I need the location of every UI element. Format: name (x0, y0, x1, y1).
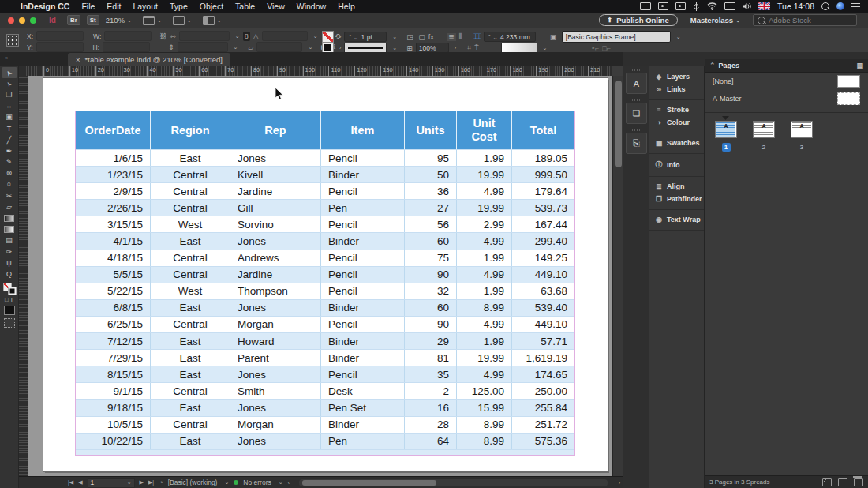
table-cell[interactable]: Desk (321, 383, 405, 399)
spotlight-search-icon[interactable] (821, 2, 829, 10)
table-cell[interactable]: 2 (405, 383, 457, 399)
table-cell[interactable]: Central (151, 267, 230, 283)
table-cell[interactable]: 16 (405, 400, 457, 415)
panel-tab-colour[interactable]: ◑Colour (649, 116, 704, 129)
menu-item-object[interactable]: Object (200, 2, 223, 11)
page-number-label[interactable]: 1 (722, 143, 731, 152)
height-field[interactable] (103, 42, 150, 52)
view-options-dropdown[interactable]: ⌄ (143, 16, 162, 25)
page-number-label[interactable]: 3 (798, 143, 806, 152)
master-page-swatch[interactable] (837, 92, 860, 105)
table-header-item[interactable]: Item (321, 111, 405, 149)
table-cell[interactable]: 7/12/15 (76, 333, 151, 349)
menu-item-view[interactable]: View (267, 2, 285, 11)
table-cell[interactable]: 9/1/15 (76, 383, 151, 399)
table-cell[interactable]: Kivell (230, 167, 321, 182)
table-cell[interactable]: Morgan (230, 317, 321, 332)
stroke-color-none-swatch[interactable] (322, 31, 334, 43)
table-cell[interactable]: 999.50 (512, 167, 574, 182)
table-header-units[interactable]: Units (405, 111, 457, 149)
apply-color-button[interactable] (4, 306, 15, 315)
pen-tool[interactable]: ✒ (2, 145, 17, 156)
menu-item-layout[interactable]: Layout (133, 2, 158, 11)
panel-drag-handle[interactable] (630, 129, 642, 131)
table-cell[interactable]: Central (151, 417, 230, 433)
panel-tab-swatches[interactable]: ▦Swatches (649, 137, 704, 149)
table-cell[interactable]: Gill (230, 200, 321, 216)
master-row-a-master[interactable]: A-Master (705, 90, 868, 107)
table-cell[interactable]: Jones (230, 434, 321, 449)
menu-item-edit[interactable]: Edit (107, 2, 121, 11)
table-cell[interactable]: 10/5/15 (76, 417, 151, 433)
table-cell[interactable]: Jones (230, 233, 321, 249)
table-cell[interactable]: 8.99 (457, 434, 512, 449)
table-cell[interactable]: Pencil (321, 267, 405, 283)
gap-value-field[interactable]: ⌃⌄4.233 mm (484, 32, 536, 42)
table-header-total[interactable]: Total (512, 111, 574, 149)
content-collector-tool[interactable]: ▣ (2, 112, 17, 123)
table-cell[interactable]: Binder (321, 333, 405, 349)
page-thumbnail-3[interactable]: A3 (791, 121, 813, 152)
table-cell[interactable]: 6/25/15 (76, 317, 151, 332)
pages-panel-header[interactable]: ⌃ Pages ▤ (705, 59, 868, 73)
formatting-affects-toggle[interactable]: □ T (5, 296, 13, 303)
table-header-row[interactable]: OrderDateRegionRepItemUnitsUnitCostTotal (76, 111, 574, 149)
table-cell[interactable]: 36 (405, 183, 457, 199)
screen-record-icon[interactable] (675, 2, 686, 10)
table-cell[interactable]: 4.99 (457, 183, 512, 199)
align-columns-icon[interactable]: ⫼ (459, 32, 462, 41)
shear-field[interactable] (256, 42, 302, 52)
table-cell[interactable]: 1.99 (457, 333, 512, 349)
table-cell[interactable]: 4.99 (457, 366, 512, 382)
wifi-icon[interactable] (707, 2, 717, 10)
table-cell[interactable]: Howard (230, 333, 321, 349)
table-cell[interactable]: East (151, 434, 230, 449)
display-mirroring-icon[interactable] (724, 2, 735, 10)
table-cell[interactable]: 7/29/15 (76, 350, 151, 366)
table-cell[interactable]: 174.65 (512, 366, 574, 382)
style-override-icon[interactable]: ⁍⌐ (591, 44, 599, 52)
table-cell[interactable]: Pencil (321, 183, 405, 199)
adjust-text-icon[interactable]: A (626, 73, 647, 94)
next-page-button[interactable]: ▶ (140, 479, 144, 486)
align-left-icon[interactable]: ≣ (447, 33, 456, 41)
preflight-menu-icon[interactable]: ◔ (159, 479, 163, 486)
type-tool[interactable]: T (2, 123, 17, 134)
first-page-button[interactable]: |◀ (68, 479, 73, 486)
table-cell[interactable]: Pencil (321, 317, 405, 332)
vertical-scrollbar[interactable] (612, 76, 624, 476)
table-cell[interactable]: 4/1/15 (76, 233, 151, 249)
menu-item-window[interactable]: Window (297, 2, 326, 11)
zoom-level-dropdown[interactable]: 210%⌄ (106, 16, 132, 24)
last-page-button[interactable]: ▶| (148, 479, 154, 486)
table-cell[interactable]: West (151, 216, 230, 232)
horizontal-scrollbar[interactable] (299, 479, 608, 486)
page-canvas[interactable]: OrderDateRegionRepItemUnitsUnitCostTotal… (43, 78, 608, 471)
table-cell[interactable]: Pen (321, 434, 405, 449)
panel-tab-info[interactable]: ⓘInfo (649, 157, 704, 172)
table-cell[interactable]: 19.99 (457, 350, 512, 366)
table-cell[interactable]: 90 (405, 317, 457, 332)
menu-item-help[interactable]: Help (338, 2, 355, 11)
note-tool[interactable]: ▤ (2, 235, 17, 246)
table-cell[interactable]: Jones (230, 150, 321, 166)
table-cell[interactable]: 2/9/15 (76, 183, 151, 199)
corner-shape-icon[interactable]: ▢ (418, 33, 425, 41)
constrain-proportions-icon[interactable]: ⛓ (159, 32, 166, 40)
vertical-scrollbar-thumb[interactable] (615, 81, 622, 167)
ellipse-tool[interactable]: ○ (2, 179, 17, 190)
table-cell[interactable]: 60 (405, 300, 457, 316)
page-number-label[interactable]: 2 (760, 143, 769, 152)
previous-page-button[interactable]: ◀ (78, 479, 82, 486)
table-cell[interactable]: Pen Set (321, 400, 405, 415)
table-cell[interactable]: Binder (321, 167, 405, 182)
display-icon[interactable] (640, 2, 651, 10)
dvd-icon[interactable] (658, 2, 668, 10)
panel-tab-stroke[interactable]: ≡Stroke (649, 103, 704, 116)
gradient-tool[interactable] (2, 212, 17, 223)
new-page-icon[interactable] (838, 478, 847, 486)
gradient-feather-tool[interactable] (2, 224, 17, 235)
table-cell[interactable]: Morgan (230, 417, 321, 433)
y-position-field[interactable] (36, 42, 84, 52)
stock-button[interactable]: St (87, 15, 99, 25)
